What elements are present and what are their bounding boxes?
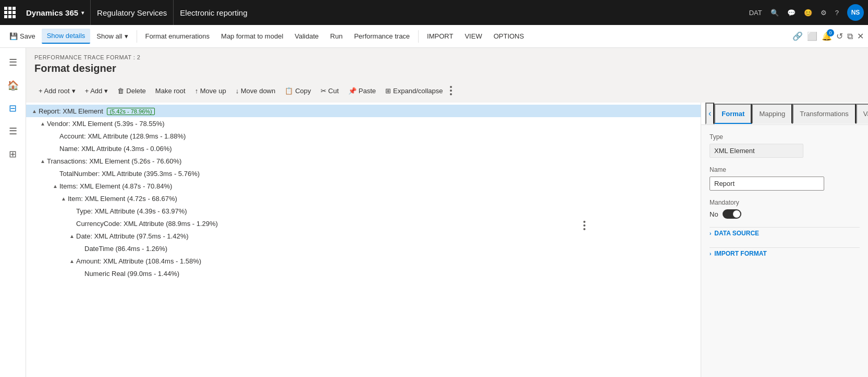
import-format-label: IMPORT FORMAT (714, 250, 766, 257)
map-format-to-model-button[interactable]: Map format to model (216, 29, 288, 43)
user-icon[interactable]: 😊 (804, 9, 812, 17)
settings-icon[interactable]: ⚙ (821, 9, 827, 17)
validate-button[interactable]: Validate (289, 29, 324, 43)
tree-item[interactable]: ▲ Amount: XML Attribute (108.4ms - 1.58%… (26, 255, 701, 267)
right-panel-tabs: ‹ Format Mapping Transformations Validat… (701, 103, 868, 125)
left-nav-hamburger[interactable]: ☰ (3, 52, 23, 73)
ribbon-link-icon[interactable]: 🔗 (792, 31, 803, 41)
environment-label: DAT (749, 9, 762, 17)
show-details-button[interactable]: Show details (42, 29, 91, 44)
tab-left-chevron[interactable]: ‹ (705, 103, 714, 124)
mandatory-no-label: No (710, 210, 718, 218)
help-icon[interactable]: ? (835, 9, 839, 17)
tree-item[interactable]: Account: XML Attribute (128.9ms - 1.88%) (26, 130, 701, 142)
expand-icon-1: ▲ (39, 119, 47, 128)
ribbon-restore-icon[interactable]: ⧉ (847, 32, 853, 41)
tree-item[interactable]: ▲ Item: XML Element (4.72s - 68.67%) (26, 192, 701, 205)
ribbon-office-icon[interactable]: ⬜ (807, 31, 817, 41)
save-icon: 💾 (9, 32, 18, 40)
top-nav-right: DAT 🔍 💬 😊 ⚙ ? NS (749, 4, 864, 21)
expand-icon-0: ▲ (30, 107, 39, 115)
name-input[interactable] (710, 177, 824, 191)
name-field-group: Name (710, 166, 860, 191)
expand-icon-11 (76, 244, 84, 253)
tree-panel: ▲ Report: XML Element (5.42s - 78.96%) ▲… (26, 103, 701, 377)
app-grid-icon[interactable] (4, 7, 16, 18)
import-format-section[interactable]: › IMPORT FORMAT (710, 247, 860, 259)
search-icon[interactable]: 🔍 (771, 9, 779, 17)
right-panel: ‹ Format Mapping Transformations Validat… (701, 103, 868, 377)
tab-validations[interactable]: Validations (856, 104, 868, 124)
tree-item[interactable]: Name: XML Attribute (4.3ms - 0.06%) (26, 142, 701, 155)
performance-trace-button[interactable]: Performance trace (349, 29, 415, 43)
tree-item[interactable]: CurrencyCode: XML Attribute (88.9ms - 1.… (26, 217, 701, 230)
avatar[interactable]: NS (847, 4, 864, 21)
name-label: Name (710, 166, 860, 173)
more-options-button[interactable] (448, 82, 454, 99)
page-header: PERFORMANCE TRACE FORMAT : 2 Format desi… (26, 48, 868, 79)
show-all-button[interactable]: Show all ▾ (91, 29, 133, 43)
tree-item[interactable]: ▲ Vendor: XML Element (5.39s - 78.55%) (26, 117, 701, 130)
expand-icon-7: ▲ (59, 194, 68, 203)
delete-button[interactable]: 🗑 Delete (113, 84, 150, 97)
mandatory-toggle[interactable] (723, 209, 741, 219)
import-format-chevron-icon: › (710, 251, 711, 257)
paste-icon: 📌 (348, 87, 357, 95)
copy-icon: 📋 (285, 87, 293, 95)
tree-item[interactable]: ▲ Transactions: XML Element (5.26s - 76.… (26, 155, 701, 167)
main-content: PERFORMANCE TRACE FORMAT : 2 Format desi… (26, 48, 868, 377)
format-enumerations-button[interactable]: Format enumerations (140, 29, 215, 43)
move-down-button[interactable]: ↓ Move down (231, 84, 280, 97)
expand-icon: ⊞ (385, 87, 391, 95)
move-up-button[interactable]: ↑ Move up (191, 84, 230, 97)
tree-item[interactable]: Type: XML Attribute (4.39s - 63.97%) (26, 205, 701, 217)
add-root-button[interactable]: + Add root ▾ (34, 84, 80, 97)
cut-button[interactable]: ✂ Cut (316, 84, 343, 97)
dynamics-title[interactable]: Dynamics 365 ▾ (20, 0, 91, 25)
type-value: XML Element (710, 144, 803, 158)
add-button[interactable]: + Add ▾ (81, 84, 113, 97)
tree-item[interactable]: ▲ Report: XML Element (5.42s - 78.96%) (26, 105, 701, 117)
tree-item[interactable]: DateTime (86.4ms - 1.26%) (26, 242, 701, 255)
ribbon-separator-1 (137, 30, 137, 43)
tab-mapping[interactable]: Mapping (752, 104, 792, 124)
tree-item[interactable]: ▲ Items: XML Element (4.87s - 70.84%) (26, 180, 701, 192)
expand-icon-10: ▲ (68, 232, 76, 240)
show-all-chevron-icon: ▾ (125, 32, 128, 40)
tree-item[interactable]: ▲ Date: XML Attribute (97.5ms - 1.42%) (26, 230, 701, 242)
options-button[interactable]: OPTIONS (488, 29, 530, 43)
expand-icon-9 (68, 219, 76, 228)
tree-item[interactable]: TotalNumber: XML Attribute (395.3ms - 5.… (26, 167, 701, 180)
cut-icon: ✂ (321, 87, 326, 95)
run-button[interactable]: Run (325, 29, 348, 43)
left-nav-recent[interactable]: ⊞ (3, 144, 23, 165)
left-nav-filter[interactable]: ⊟ (3, 98, 23, 119)
ribbon-notification-badge[interactable]: 🔔 0 (822, 31, 832, 41)
left-nav-home[interactable]: 🏠 (3, 75, 23, 96)
ribbon: 💾 Save Show details Show all ▾ Format en… (0, 25, 868, 48)
app-shell: ☰ 🏠 ⊟ ☰ ⊞ PERFORMANCE TRACE FORMAT : 2 F… (0, 48, 868, 377)
expand-collapse-button[interactable]: ⊞ Expand/collapse (381, 84, 447, 97)
save-button[interactable]: 💾 Save (4, 29, 41, 43)
left-nav-list[interactable]: ☰ (3, 121, 23, 142)
import-button[interactable]: IMPORT (422, 29, 458, 43)
copy-button[interactable]: 📋 Copy (280, 84, 315, 97)
view-button[interactable]: VIEW (459, 29, 487, 43)
regulatory-services-title[interactable]: Regulatory Services (91, 0, 174, 25)
data-source-chevron-icon: › (710, 231, 711, 236)
left-navigation: ☰ 🏠 ⊟ ☰ ⊞ (0, 48, 26, 377)
make-root-button[interactable]: Make root (151, 84, 190, 97)
tab-format[interactable]: Format (714, 104, 752, 124)
tree-item[interactable]: Numeric Real (99.0ms - 1.44%) (26, 267, 701, 280)
ribbon-close-icon[interactable]: ✕ (857, 31, 864, 41)
data-source-section[interactable]: › DATA SOURCE (710, 227, 860, 239)
top-navigation: Dynamics 365 ▾ Regulatory Services Elect… (0, 0, 868, 25)
expand-icon-2 (51, 132, 59, 140)
chat-icon[interactable]: 💬 (787, 9, 796, 17)
tree-panel-more-icon[interactable] (581, 219, 588, 232)
ribbon-refresh-icon[interactable]: ↺ (836, 31, 843, 41)
mandatory-field-group: Mandatory No (710, 199, 860, 219)
tab-transformations[interactable]: Transformations (792, 104, 855, 124)
paste-button[interactable]: 📌 Paste (344, 84, 380, 97)
toggle-dot (733, 210, 740, 218)
